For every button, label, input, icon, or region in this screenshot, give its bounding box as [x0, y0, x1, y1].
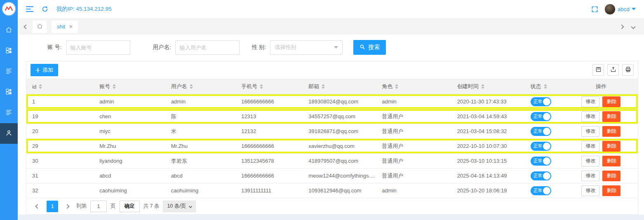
cell-status: 正常 [525, 142, 564, 151]
refresh-icon[interactable] [42, 6, 48, 12]
cell-actions: 修改删除 [564, 96, 638, 107]
column-header-id[interactable]: id [26, 84, 94, 90]
edit-button[interactable]: 修改 [581, 156, 599, 166]
sidebar-item-list-2[interactable] [0, 103, 18, 123]
delete-button[interactable]: 删除 [602, 185, 620, 196]
sort-icon[interactable] [481, 84, 484, 89]
sort-icon[interactable] [260, 84, 263, 89]
delete-button[interactable]: 删除 [602, 156, 620, 166]
menu-icon[interactable] [26, 6, 33, 12]
export-button[interactable] [607, 64, 619, 76]
tab-shit[interactable]: shit [52, 21, 78, 33]
sidebar-item-list-1[interactable] [0, 61, 18, 82]
account-label: 账 号: [47, 44, 62, 51]
edit-button[interactable]: 修改 [581, 111, 599, 122]
status-toggle[interactable]: 正常 [531, 171, 551, 180]
cell-phone: 13911111111 [235, 187, 303, 194]
app-logo[interactable] [2, 2, 15, 15]
username-input[interactable] [175, 40, 240, 55]
prev-page-button[interactable] [32, 201, 43, 212]
column-header-username[interactable]: 用户名 [165, 83, 236, 90]
close-icon[interactable] [69, 25, 73, 28]
edit-button[interactable]: 修改 [581, 171, 599, 181]
edit-button[interactable]: 修改 [581, 185, 599, 196]
cell-status: 正常 [525, 112, 564, 121]
edit-button[interactable]: 修改 [581, 126, 599, 137]
sort-icon[interactable] [113, 84, 116, 89]
search-icon [360, 44, 365, 51]
status-toggle[interactable]: 正常 [531, 186, 551, 195]
sidebar-item-modules-1[interactable] [0, 41, 18, 61]
status-toggle[interactable]: 正常 [531, 157, 551, 166]
table-row: 29 Mr.Zhu Mr.Zhu 16666666666 xavierzhu@q… [26, 139, 638, 154]
cell-actions: 修改删除 [564, 171, 638, 181]
delete-button[interactable]: 删除 [602, 111, 620, 122]
cell-account: Mr.Zhu [94, 143, 165, 149]
page-unit-label: 页 [110, 203, 116, 210]
cell-email: 34557257@qq.com [303, 113, 376, 119]
tab-home-button[interactable] [33, 21, 47, 33]
column-header-status[interactable]: 状态 [525, 83, 564, 90]
status-toggle[interactable]: 正常 [531, 97, 551, 106]
columns-filter-button[interactable] [592, 64, 604, 76]
print-button[interactable] [622, 64, 634, 76]
caret-down-icon [334, 46, 338, 49]
chevron-right-icon[interactable] [619, 24, 624, 29]
edit-button[interactable]: 修改 [581, 141, 599, 152]
chevron-left-icon[interactable] [24, 24, 28, 29]
edit-button[interactable]: 修改 [581, 96, 599, 107]
sort-icon[interactable] [544, 84, 547, 89]
sidebar-item-users[interactable] [0, 123, 18, 144]
cell-phone: 16666666666 [235, 173, 303, 179]
cell-actions: 修改删除 [564, 185, 638, 196]
sort-icon[interactable] [39, 84, 42, 89]
add-button[interactable]: 添加 [31, 64, 58, 76]
pagination: 1 到第 页 确定 共 7 条 10 条/页 [26, 198, 638, 214]
cell-role: 普通用户 [376, 113, 451, 120]
cell-id: 29 [26, 143, 94, 149]
column-header-email[interactable]: 邮箱 [303, 83, 376, 90]
per-page-select[interactable]: 10 条/页 [163, 201, 196, 212]
user-menu[interactable]: abcd [604, 4, 636, 15]
table-row: 31 abcd abcd 16666666666 meow1244@comfyt… [26, 169, 638, 183]
cell-username: 李岩东 [165, 157, 236, 165]
cell-id: 30 [26, 158, 94, 164]
page-1-button[interactable]: 1 [47, 201, 58, 212]
sort-icon[interactable] [190, 84, 193, 89]
search-button[interactable]: 搜索 [353, 40, 386, 55]
status-toggle[interactable]: 正常 [531, 127, 551, 136]
cell-status: 正常 [525, 186, 564, 195]
cell-created: 2020-11-30 17:43:33 [451, 98, 525, 105]
delete-button[interactable]: 删除 [602, 171, 620, 181]
delete-button[interactable]: 删除 [602, 96, 620, 107]
confirm-button[interactable]: 确定 [120, 201, 140, 212]
cell-email: 418979507@qq.com [303, 158, 376, 164]
delete-button[interactable]: 删除 [602, 141, 620, 152]
column-header-phone[interactable]: 手机号 [235, 83, 303, 90]
chevron-down-icon[interactable] [631, 24, 635, 29]
cell-created: 2021-03-04 15:08:32 [451, 128, 525, 134]
sort-icon[interactable] [322, 84, 325, 89]
list-icon [5, 109, 12, 117]
gender-select[interactable]: 选择性别 [270, 40, 343, 55]
sidebar-item-modules-2[interactable] [0, 82, 18, 103]
sort-icon[interactable] [395, 84, 398, 89]
avatar [604, 4, 616, 15]
column-header-created[interactable]: 创建时间 [451, 83, 525, 90]
delete-button[interactable]: 删除 [602, 126, 620, 137]
table-row: 1 admin admin 16666666666 189308024@qq.c… [26, 94, 638, 109]
cell-actions: 修改删除 [564, 141, 638, 152]
fullscreen-icon[interactable] [592, 6, 598, 12]
cell-account: miyc [94, 128, 165, 134]
status-toggle[interactable]: 正常 [531, 142, 551, 151]
goto-page-input[interactable] [90, 201, 107, 212]
top-bar: 我的IP: 45.134.212.95 abcd [18, 0, 644, 19]
column-header-account[interactable]: 账号 [94, 83, 165, 90]
account-input[interactable] [66, 40, 130, 55]
next-page-button[interactable] [62, 201, 73, 212]
sidebar-item-home[interactable] [0, 20, 18, 41]
column-header-role[interactable]: 角色 [376, 83, 451, 90]
status-toggle[interactable]: 正常 [531, 112, 551, 121]
cell-role: 普通用户 [376, 172, 451, 180]
print-icon [625, 66, 631, 74]
